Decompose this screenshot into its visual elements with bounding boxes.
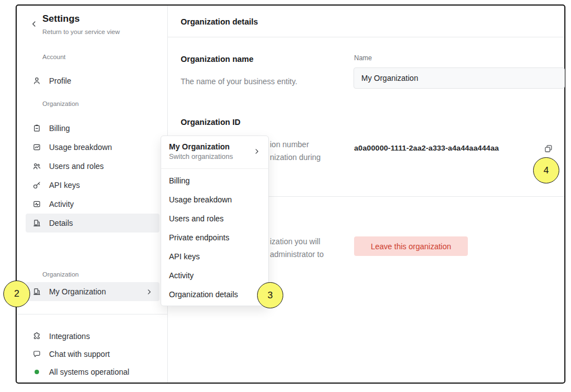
org-name-description: The name of your business entity. — [181, 77, 297, 86]
building-icon — [32, 287, 41, 296]
sidebar-item-profile[interactable]: Profile — [26, 71, 159, 90]
back-button[interactable] — [29, 19, 39, 29]
header-divider — [168, 37, 564, 37]
sidebar-item-label: Users and roles — [49, 162, 104, 171]
callout-badge-4: 4 — [533, 157, 559, 183]
page-title: Organization details — [181, 17, 258, 26]
chevron-left-icon — [30, 20, 38, 28]
sidebar-item-users-and-roles[interactable]: Users and roles — [26, 157, 159, 176]
organization-dropdown-menu: My Organization Switch organizations Bil… — [161, 135, 269, 306]
building-icon — [32, 219, 41, 228]
sidebar-item-integrations[interactable]: Integrations — [26, 328, 159, 345]
chevron-right-icon — [253, 148, 260, 155]
sidebar-item-usage-breakdown[interactable]: Usage breakdown — [26, 138, 159, 157]
leave-organization-button[interactable]: Leave this organization — [354, 236, 468, 256]
dropdown-item-api-keys[interactable]: API keys — [161, 247, 268, 266]
org-id-description-fragment-2: nization during — [270, 153, 321, 162]
sidebar-item-label: Integrations — [49, 332, 90, 341]
status-dot-icon — [35, 370, 39, 374]
sidebar-item-label: Activity — [49, 200, 74, 209]
callout-badge-3: 3 — [257, 282, 283, 308]
billing-icon — [32, 124, 41, 133]
settings-title: Settings — [42, 13, 80, 25]
sidebar-item-label: Usage breakdown — [49, 143, 112, 152]
sidebar-item-api-keys[interactable]: API keys — [26, 176, 159, 195]
organization-id-value: a0a00000-1111-2aa2-a333-a4a44aa444aa — [354, 144, 499, 152]
org-id-heading: Organization ID — [181, 118, 240, 127]
sidebar-separator — [17, 314, 167, 314]
sidebar-item-system-status[interactable]: All systems operational — [26, 364, 159, 380]
user-icon — [32, 76, 41, 85]
puzzle-icon — [32, 332, 41, 341]
sidebar-item-details[interactable]: Details — [26, 214, 159, 233]
sidebar-item-chat-support[interactable]: Chat with support — [26, 346, 159, 362]
dropdown-item-organization-details[interactable]: Organization details — [161, 285, 268, 304]
sidebar-item-label: API keys — [49, 181, 80, 190]
sidebar-item-label: Details — [49, 219, 73, 228]
chat-bubble-icon — [32, 350, 41, 359]
leave-description-fragment-2: administrator to — [270, 250, 323, 259]
dropdown-org-switcher[interactable]: My Organization Switch organizations — [161, 136, 268, 168]
dropdown-item-list: Billing Usage breakdown Users and roles … — [161, 169, 268, 304]
account-section-label: Account — [42, 54, 66, 60]
name-field-label: Name — [354, 54, 372, 62]
settings-subtitle[interactable]: Return to your service view — [42, 28, 120, 35]
leave-description-fragment-1: ization you will — [270, 237, 320, 246]
organization-section-label-2: Organization — [42, 271, 79, 278]
copy-button[interactable] — [542, 142, 554, 154]
org-name-heading: Organization name — [181, 55, 254, 64]
dropdown-item-activity[interactable]: Activity — [161, 266, 268, 285]
dropdown-item-usage-breakdown[interactable]: Usage breakdown — [161, 190, 268, 209]
org-id-description-fragment-1: ion number — [270, 140, 309, 149]
sidebar-item-billing[interactable]: Billing — [26, 119, 159, 138]
organization-section-label: Organization — [42, 100, 79, 107]
sidebar-item-label: Billing — [49, 124, 70, 133]
activity-icon — [32, 200, 41, 209]
users-icon — [32, 162, 41, 171]
sidebar-item-label: My Organization — [49, 287, 106, 296]
dropdown-org-name: My Organization — [169, 142, 260, 151]
app-window: Settings Return to your service view Acc… — [16, 4, 565, 384]
sidebar-item-label: All systems operational — [49, 367, 129, 376]
sidebar-item-label: Chat with support — [49, 350, 110, 359]
sidebar-item-activity[interactable]: Activity — [26, 195, 159, 214]
sidebar-item-my-organization[interactable]: My Organization — [26, 282, 159, 301]
usage-chart-icon — [32, 143, 41, 152]
organization-name-input[interactable] — [354, 67, 565, 89]
dropdown-org-subtitle: Switch organizations — [169, 153, 260, 161]
dropdown-item-billing[interactable]: Billing — [161, 171, 268, 190]
dropdown-item-users-and-roles[interactable]: Users and roles — [161, 209, 268, 228]
sidebar-item-label: Profile — [49, 76, 71, 85]
chevron-right-icon — [146, 288, 153, 296]
dropdown-item-private-endpoints[interactable]: Private endpoints — [161, 228, 268, 247]
copy-icon — [544, 144, 553, 153]
callout-badge-2: 2 — [3, 280, 30, 307]
key-icon — [32, 181, 41, 190]
